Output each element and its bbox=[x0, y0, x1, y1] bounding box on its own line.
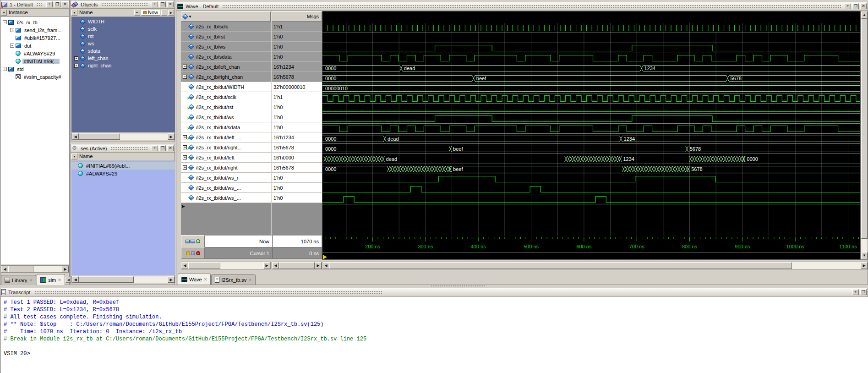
structure-undock-button[interactable]: ❐ bbox=[54, 1, 60, 7]
objects-titlebar[interactable]: Objects + ❐ ✕ bbox=[71, 0, 175, 9]
objects-drag-handle[interactable] bbox=[101, 3, 148, 6]
structure-hscrollbar[interactable]: ◀ ▶ bbox=[1, 265, 69, 273]
values-hscrollbar[interactable]: ◀ ▶ bbox=[272, 262, 322, 269]
scroll-right-icon[interactable]: ▶ bbox=[62, 266, 69, 272]
scroll-left-icon[interactable]: ◀ bbox=[72, 133, 79, 140]
wave-signal-row[interactable]: /i2s_rx_tb/dut/ws_... bbox=[181, 193, 271, 203]
objects-list[interactable]: WIDTHsclkrstwssdata+left_chan+right_chan bbox=[71, 17, 175, 132]
processes-list[interactable]: #INITIAL#69(#ubl...#ALWAYS#29 bbox=[71, 161, 175, 275]
list-item[interactable]: sclk bbox=[71, 25, 175, 33]
wave-add-button[interactable]: + bbox=[845, 3, 851, 9]
instance-tree[interactable]: -i2s_rx_tb+send_i2s_fram...#ublk#157927.… bbox=[1, 17, 69, 264]
list-item[interactable]: rst bbox=[71, 33, 175, 40]
list-item[interactable]: +right_chan bbox=[71, 62, 175, 69]
wave-signal-row[interactable]: +➤/i2s_rx_tb/dut/left_... bbox=[181, 132, 271, 143]
splitter-handle[interactable] bbox=[161, 10, 167, 16]
wave-signal-row[interactable]: +➤/i2s_rx_tb/dut/right... bbox=[181, 143, 271, 153]
splitter-handle[interactable] bbox=[431, 285, 486, 287]
tree-item[interactable]: #vsim_capacity# bbox=[1, 73, 69, 81]
wave-signal-row[interactable]: +/i2s_rx_tb/dut/right bbox=[181, 163, 271, 173]
wave-vscrollbar[interactable]: ▲ ▼ bbox=[861, 11, 868, 260]
wave-timeline-ruler[interactable]: 200 ns300 ns400 ns500 ns600 ns700 ns800 … bbox=[322, 236, 860, 260]
wave-signal-row[interactable]: ➤/i2s_rx_tb/dut/sclk bbox=[181, 92, 271, 102]
scroll-left-icon[interactable]: ◀ bbox=[1, 266, 8, 272]
expand-icon[interactable]: + bbox=[74, 64, 78, 68]
wave-signal-row[interactable]: /i2s_rx_tb/sdata bbox=[181, 52, 271, 62]
wave-signal-row[interactable]: ➤/i2s_rx_tb/dut/ws bbox=[181, 112, 271, 122]
header-expand-icon[interactable]: ▶ bbox=[168, 10, 174, 16]
scroll-right-icon[interactable]: ▶ bbox=[315, 262, 322, 269]
sort-icon[interactable]: ⇤ bbox=[134, 10, 140, 16]
transcript-drag-handle[interactable] bbox=[34, 291, 382, 294]
tab-sim[interactable]: sim✕ bbox=[37, 274, 65, 285]
scroll-down-icon[interactable]: ▼ bbox=[861, 252, 868, 259]
wave-signal-row[interactable]: /i2s_rx_tb/dut/ws_... bbox=[181, 183, 271, 193]
processes-add-button[interactable]: + bbox=[152, 145, 158, 151]
wave-titlebar[interactable]: Wave - Default + ❐ ✕ bbox=[176, 2, 868, 11]
structure-close-button[interactable]: ✕ bbox=[62, 1, 68, 7]
wave-name-column[interactable]: /i2s_rx_tb/sclk/i2s_rx_tb/rst/i2s_rx_tb/… bbox=[181, 22, 271, 235]
filter-icon[interactable]: ▼ bbox=[71, 154, 77, 159]
tree-item[interactable]: #ublk#157927... bbox=[1, 34, 69, 42]
tree-item[interactable]: +send_i2s_fram... bbox=[1, 26, 69, 34]
objects-add-button[interactable]: + bbox=[152, 1, 158, 7]
scroll-left-icon[interactable]: ◀ bbox=[322, 262, 329, 269]
transcript-titlebar[interactable]: Transcript + ❐ bbox=[0, 288, 868, 296]
expand-icon[interactable]: + bbox=[183, 165, 187, 170]
wave-signal-row[interactable]: ➤/i2s_rx_tb/dut/sdata bbox=[181, 122, 271, 132]
wave-names-header[interactable]: ▼ bbox=[181, 11, 271, 22]
wave-canvas[interactable]: 0000dead12340000beef5678000000100000dead… bbox=[322, 11, 861, 260]
list-item[interactable]: sdata bbox=[71, 47, 175, 55]
processes-titlebar[interactable]: ⚙ ses (Active) + ❐ ✕ bbox=[71, 144, 175, 153]
cursor-label-cell[interactable]: Cursor 1 bbox=[205, 247, 273, 259]
scroll-left-icon[interactable]: ◀ bbox=[181, 262, 188, 269]
expand-icon[interactable]: + bbox=[10, 44, 14, 48]
process-item[interactable]: #INITIAL#69(#ubl... bbox=[71, 162, 175, 170]
tree-item[interactable]: -i2s_rx_tb bbox=[1, 18, 69, 26]
tab-source-file[interactable]: I2Srx_tb.sv✕ bbox=[211, 274, 256, 285]
expand-icon[interactable]: + bbox=[10, 28, 14, 32]
collapse-icon[interactable]: - bbox=[3, 20, 7, 24]
canvas-hscrollbar[interactable]: ◀ ▶ bbox=[322, 262, 868, 269]
filter-icon[interactable]: ▼ bbox=[71, 10, 77, 16]
structure-drag-handle[interactable] bbox=[37, 3, 43, 6]
wave-signal-row[interactable]: /i2s_rx_tb/dut/WIDTH bbox=[181, 82, 271, 92]
filter-icon[interactable]: ▼ bbox=[1, 10, 7, 16]
tab-wave[interactable]: Wave✕ bbox=[178, 274, 211, 285]
expand-icon[interactable]: + bbox=[3, 67, 7, 71]
tab-library[interactable]: Library✕ bbox=[1, 275, 36, 285]
expand-icon[interactable]: + bbox=[74, 56, 78, 60]
scroll-left-icon[interactable]: ◀ bbox=[272, 262, 279, 269]
scroll-up-icon[interactable]: ▲ bbox=[861, 11, 868, 19]
processes-undock-button[interactable]: ❐ bbox=[159, 145, 166, 151]
transcript-undock-button[interactable]: ❐ bbox=[860, 289, 867, 295]
names-hscrollbar[interactable]: ◀ ▶ bbox=[181, 262, 271, 269]
wave-signal-row[interactable]: /i2s_rx_tb/sclk bbox=[181, 22, 271, 32]
list-item[interactable]: +left_chan bbox=[71, 55, 175, 62]
wave-msgs-header[interactable]: Msgs bbox=[272, 11, 322, 22]
close-icon[interactable]: ✕ bbox=[29, 278, 33, 283]
structure-add-button[interactable]: + bbox=[46, 1, 53, 7]
objects-close-button[interactable]: ✕ bbox=[167, 1, 174, 7]
process-item[interactable]: #ALWAYS#29 bbox=[71, 170, 175, 177]
wave-signal-row[interactable]: /i2s_rx_tb/ws bbox=[181, 42, 271, 52]
expand-icon[interactable]: + bbox=[183, 65, 187, 69]
tree-item[interactable]: #ALWAYS#29 bbox=[1, 49, 69, 57]
now-row-icons[interactable]: + bbox=[181, 235, 205, 247]
transcript-body[interactable]: # Test 1 PASSED: L=0xdead, R=0xbeef# Tes… bbox=[1, 297, 868, 373]
vsim-prompt[interactable]: VSIM 20> bbox=[4, 350, 865, 357]
tree-item[interactable]: +std bbox=[1, 65, 69, 73]
wave-signal-row[interactable]: /i2s_rx_tb/dut/ws_r bbox=[181, 173, 271, 183]
scroll-right-icon[interactable]: ▶ bbox=[263, 262, 270, 269]
processes-drag-handle[interactable] bbox=[110, 147, 148, 150]
now-mode-button[interactable]: Now bbox=[141, 10, 160, 16]
structure-titlebar[interactable]: 1 - Default + ❐ ✕ bbox=[0, 0, 69, 9]
tree-item[interactable]: #INITIAL#69(... bbox=[1, 57, 69, 65]
tree-item[interactable]: +dut bbox=[1, 42, 69, 49]
expand-icon[interactable]: + bbox=[183, 135, 187, 139]
scroll-left-icon[interactable]: ◀ bbox=[72, 276, 79, 283]
transcript-add-button[interactable]: + bbox=[852, 289, 859, 295]
close-icon[interactable]: ✕ bbox=[248, 278, 252, 282]
processes-close-button[interactable]: ✕ bbox=[167, 145, 174, 151]
wave-undock-button[interactable]: ❐ bbox=[852, 3, 859, 9]
